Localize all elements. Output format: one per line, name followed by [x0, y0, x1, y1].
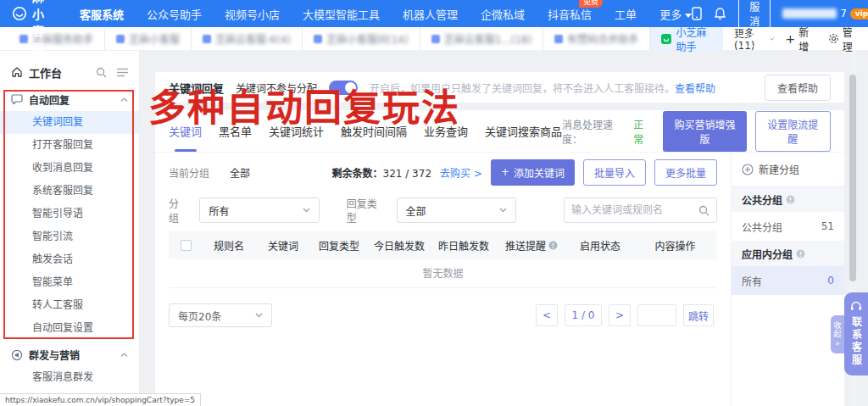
group-filter-select[interactable]: 所有 [199, 197, 319, 223]
nav-item-douyin-dm[interactable]: 抖音私信 免费 [548, 6, 592, 22]
app-icon [116, 35, 125, 43]
view-help-button[interactable]: 查看帮助 [765, 75, 831, 101]
toggle-hint-text: 开启后，如果用户只触发了关键词回复，将不会进入人工客服接待。查看帮助 [370, 81, 715, 95]
jump-button[interactable]: 跳转 [683, 304, 714, 326]
page-size-select[interactable]: 每页20条 [169, 303, 272, 327]
current-group-row: 当前分组 全部 剩余条数：321 / 372 去购买 > + 添加关键词 批量导… [169, 153, 717, 192]
tab-keyword-stats[interactable]: 关键词统计 [269, 110, 324, 152]
speed-label: 消息处理速度： [562, 117, 625, 146]
current-page-indicator: 1 / 0 [565, 304, 602, 326]
sidebar-item-smart-menu[interactable]: 智能菜单 [0, 271, 139, 294]
column-reply-type: 回复类型 [311, 238, 367, 253]
current-group-value[interactable]: 全部 [230, 165, 250, 180]
column-yesterday-triggers: 昨日触发数 [431, 238, 496, 253]
add-keyword-button[interactable]: + 添加关键词 [491, 159, 575, 186]
tab-business-query[interactable]: 业务查询 [424, 110, 468, 152]
top-navigation-bar: 芝麻小客服 客服系统 公众号助手 视频号小店 大模型智能工具 机器人管理 企微私… [0, 0, 868, 27]
keyword-search-box [564, 197, 717, 223]
nav-item-llm-tools[interactable]: 大模型智能工具 [303, 6, 380, 22]
bell-icon[interactable] [714, 7, 726, 20]
new-group-button[interactable]: 新建分组 [732, 153, 844, 186]
sidebar-section-auto-reply[interactable]: 自动回复 [0, 88, 139, 111]
speed-status-value: 正常 [633, 117, 651, 146]
group-count: 0 [827, 275, 834, 286]
app-icon [314, 35, 322, 43]
mobile-icon[interactable] [692, 7, 702, 20]
column-today-triggers: 今日触发数 [367, 238, 431, 253]
scrollbar-thumb[interactable] [849, 75, 856, 281]
strip-actions: 消息处理速度：正常 购买营销增强版 设置限流提醒 [562, 111, 831, 152]
sidebar-item-keyword-reply[interactable]: 关键词回复 [0, 111, 139, 134]
top-nav-menu: 客服系统 公众号助手 视频号小店 大模型智能工具 机器人管理 企微私域 抖音私信… [80, 6, 692, 22]
collapse-widget-button[interactable]: 收起 » [831, 315, 844, 353]
prev-page-button[interactable]: < [536, 304, 558, 326]
no-assign-toggle[interactable] [329, 81, 358, 95]
tab-keyword-product-search[interactable]: 关键词搜索商品 [485, 110, 562, 152]
chat-bubble-icon [11, 94, 23, 105]
app-tab-blurred-2[interactable]: 芝麻小客服 [105, 27, 192, 51]
contact-service-button[interactable]: 联系客服 [844, 292, 868, 375]
buy-enhance-button[interactable]: 购买营销增强版 [663, 111, 746, 152]
app-tab-blurred-4[interactable]: 芝麻小客服间(14) [303, 27, 420, 51]
nav-item-wecom[interactable]: 企微私域 [481, 6, 525, 22]
keyword-main-card: 关键词 黑名单 关键词统计 触发时间间隔 业务查询 关键词搜索商品 消息处理速度… [155, 110, 844, 406]
keyword-reply-header-card: 关键词回复 关键词不参与分配 开启后，如果用户只触发了关键词回复，将不会进入人工… [155, 72, 844, 103]
app-tab-blurred-3[interactable]: 芝麻云客服-6(4) [192, 27, 303, 51]
workbench-header[interactable]: 工作台 [0, 59, 139, 85]
logo-smiley-icon [12, 6, 27, 21]
sidebar-item-system-service-reply[interactable]: 系统客服回复 [0, 180, 139, 203]
nav-item-official-account[interactable]: 公众号助手 [147, 6, 202, 22]
column-content-actions: 内容操作 [633, 238, 717, 253]
sidebar-item-mass-message[interactable]: 客服消息群发 [0, 366, 139, 389]
jump-page-input[interactable] [637, 304, 676, 326]
nav-item-robot-management[interactable]: 机器人管理 [403, 6, 458, 22]
search-icon[interactable] [96, 67, 107, 78]
nav-item-more[interactable]: 更多 [659, 6, 692, 22]
group-item-public[interactable]: 公共分组 51 [732, 212, 844, 241]
sidebar-item-smart-guide[interactable]: 智能引导语 [0, 203, 139, 225]
help-circle-icon[interactable] [786, 195, 795, 204]
chevron-down-icon [499, 208, 507, 213]
go-buy-link[interactable]: 去购买 > [440, 165, 482, 180]
reply-type-filter-label: 回复类型 [347, 196, 385, 225]
user-account[interactable]: 7 vip 3 [782, 8, 868, 19]
nav-item-video-shop[interactable]: 视频号小店 [225, 6, 280, 22]
more-batch-button[interactable]: 更多批量 [654, 159, 717, 186]
search-icon[interactable] [698, 205, 709, 216]
batch-import-button[interactable]: 批量导入 [583, 159, 646, 186]
app-logo[interactable]: 芝麻小客服 [12, 0, 44, 56]
keyword-search-input[interactable] [571, 204, 698, 216]
group-item-all[interactable]: 所有 0 [732, 266, 844, 295]
sidebar-item-transfer-human[interactable]: 转人工客服 [0, 294, 139, 317]
help-circle-icon[interactable] [796, 249, 805, 259]
tab-trigger-interval[interactable]: 触发时间间隔 [341, 110, 407, 152]
filter-row: 分组 所有 回复类型 全部 [169, 193, 717, 227]
next-page-button[interactable]: > [609, 304, 631, 326]
app-tab-blurred-5[interactable]: 芝麻云客服1...(18) [420, 27, 544, 51]
home-icon [11, 66, 23, 78]
nav-item-work-order[interactable]: 工单 [615, 6, 637, 22]
help-link[interactable]: 查看帮助 [675, 83, 715, 95]
set-limit-alert-button[interactable]: 设置限流提醒 [755, 111, 832, 152]
sidebar-section-marketing[interactable]: 群发与营销 [0, 343, 139, 366]
tab-keyword[interactable]: 关键词 [169, 110, 202, 152]
help-circle-icon[interactable] [548, 241, 558, 250]
topbar-right-cluster: 客服消息 7 vip 3 [692, 0, 868, 47]
sidebar-item-open-service-reply[interactable]: 打开客服回复 [0, 134, 139, 157]
toggle-label: 关键词不参与分配 [236, 81, 317, 95]
sidebar-item-auto-reply-settings[interactable]: 自动回复设置 [0, 317, 139, 340]
sidebar-item-received-message-reply[interactable]: 收到消息回复 [0, 157, 139, 180]
tab-blacklist[interactable]: 黑名单 [219, 110, 252, 152]
nav-item-service-system[interactable]: 客服系统 [80, 6, 124, 22]
app-tab-blurred-6[interactable]: 有赞码合并助手 [543, 27, 650, 51]
caret-down-icon [685, 14, 692, 18]
page-title: 关键词回复 [169, 80, 224, 96]
sidebar-item-smart-diversion[interactable]: 智能引流 [0, 225, 139, 248]
service-message-button[interactable]: 客服消息 [738, 0, 771, 47]
broadcast-icon [11, 349, 23, 361]
reply-type-select[interactable]: 全部 [397, 197, 516, 223]
sidebar-item-trigger-session[interactable]: 触发会话 [0, 248, 139, 271]
select-all-checkbox[interactable] [181, 240, 192, 251]
chevron-down-icon [255, 313, 263, 318]
menu-list-icon[interactable] [117, 68, 128, 77]
